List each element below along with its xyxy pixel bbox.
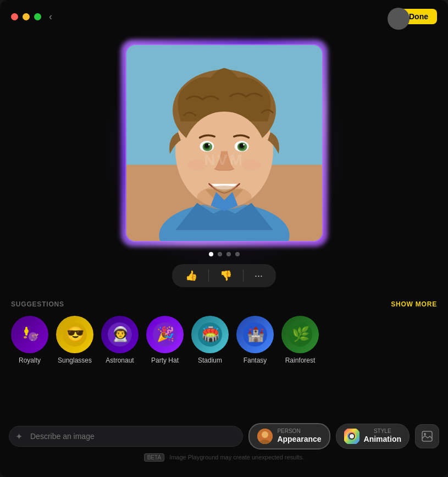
back-button[interactable]: ‹ xyxy=(49,11,52,23)
svg-rect-22 xyxy=(25,327,27,336)
person-title: Appearance xyxy=(277,434,321,444)
more-button[interactable]: ··· xyxy=(250,268,267,283)
thumbsup-button[interactable]: 👍 xyxy=(181,268,202,283)
content-wrapper: NVM 👍 👎 ··· SUGGESTIONS SHOW MORE xyxy=(0,33,448,364)
suggestions-header: SUGGESTIONS SHOW MORE xyxy=(11,300,437,308)
svg-point-23 xyxy=(24,336,27,338)
traffic-lights xyxy=(11,13,41,20)
bottom-bar: ✦ PERSON Appearance xyxy=(0,416,448,477)
dots-container xyxy=(209,252,240,256)
minimize-button[interactable] xyxy=(23,13,30,20)
svg-point-43 xyxy=(350,434,354,438)
person-text: PERSON Appearance xyxy=(277,429,321,444)
rainforest-label: Rainforest xyxy=(285,357,316,364)
style-animation-button[interactable]: STYLE Animation xyxy=(336,424,410,449)
suggestion-fantasy[interactable]: 🏰 Fantasy xyxy=(236,316,274,364)
thumbsdown-button[interactable]: 👎 xyxy=(215,268,236,283)
fantasy-icon: 🏰 xyxy=(236,316,274,353)
divider xyxy=(208,270,209,282)
show-more-button[interactable]: SHOW MORE xyxy=(391,300,437,308)
dot-2[interactable] xyxy=(218,252,222,256)
avatar xyxy=(388,8,410,30)
suggestions-grid: 🪄 Royalty 😎 Sunglasses xyxy=(11,316,437,364)
sunglasses-label: Sunglasses xyxy=(58,357,92,364)
royalty-label: Royalty xyxy=(19,357,41,364)
svg-text:NVM: NVM xyxy=(204,151,244,168)
dot-4[interactable] xyxy=(235,252,240,256)
svg-rect-44 xyxy=(422,431,432,441)
describe-input[interactable] xyxy=(9,426,243,447)
title-bar: ‹ Done xyxy=(0,0,448,33)
beta-notice: BETA Image Playground may create unexpec… xyxy=(9,454,439,460)
svg-point-18 xyxy=(241,160,261,171)
suggestion-stadium[interactable]: 🏟️ Stadium xyxy=(191,316,229,364)
svg-text:🏰: 🏰 xyxy=(247,325,265,343)
portrait-image: NVM xyxy=(126,45,322,241)
svg-point-45 xyxy=(424,433,426,435)
sunglasses-icon: 😎 xyxy=(56,316,93,353)
dot-1[interactable] xyxy=(209,252,213,256)
image-icon xyxy=(421,430,433,442)
astronaut-icon: 👨‍🚀 xyxy=(101,316,139,353)
partyhat-label: Party Hat xyxy=(151,357,179,364)
partyhat-icon: 🎉 xyxy=(146,316,184,353)
close-button[interactable] xyxy=(11,13,18,20)
svg-point-16 xyxy=(243,144,245,145)
suggestion-astronaut[interactable]: 👨‍🚀 Astronaut xyxy=(101,316,139,364)
style-icon xyxy=(344,429,359,444)
app-window: ‹ Done xyxy=(0,0,448,477)
beta-text: Image Playground may create unexpected r… xyxy=(169,454,304,460)
image-picker-button[interactable] xyxy=(415,424,439,448)
sparkle-icon: ✦ xyxy=(15,431,23,441)
svg-text:👨‍🚀: 👨‍🚀 xyxy=(112,325,130,343)
action-bar: 👍 👎 ··· xyxy=(172,264,276,287)
fantasy-label: Fantasy xyxy=(244,357,267,364)
suggestions-section: SUGGESTIONS SHOW MORE 🪄 Roy xyxy=(0,300,448,364)
astronaut-label: Astronaut xyxy=(106,357,134,364)
person-subtitle: PERSON xyxy=(277,429,300,434)
svg-point-39 xyxy=(262,431,268,438)
svg-text:😎: 😎 xyxy=(67,325,85,343)
royalty-icon: 🪄 xyxy=(11,316,48,353)
suggestion-partyhat[interactable]: 🎉 Party Hat xyxy=(146,316,184,364)
suggestion-sunglasses[interactable]: 😎 Sunglasses xyxy=(56,316,93,364)
divider-2 xyxy=(243,270,244,282)
person-avatar xyxy=(257,429,273,444)
stadium-label: Stadium xyxy=(198,357,222,364)
beta-badge: BETA xyxy=(144,453,164,462)
suggestions-label: SUGGESTIONS xyxy=(11,300,64,308)
image-container: NVM xyxy=(125,44,323,242)
style-subtitle: STYLE xyxy=(364,429,401,434)
person-appearance-button[interactable]: PERSON Appearance xyxy=(248,423,330,449)
svg-text:🌿: 🌿 xyxy=(292,325,310,343)
svg-text:🎉: 🎉 xyxy=(157,325,175,343)
title-bar-left: ‹ xyxy=(11,11,52,23)
suggestion-rainforest[interactable]: 🌿 Rainforest xyxy=(281,316,319,364)
style-text: STYLE Animation xyxy=(364,429,401,444)
rainforest-icon: 🌿 xyxy=(281,316,319,353)
style-title: Animation xyxy=(364,434,401,444)
suggestion-royalty[interactable]: 🪄 Royalty xyxy=(11,316,48,364)
svg-text:🪄: 🪄 xyxy=(31,333,39,341)
svg-point-15 xyxy=(208,144,209,145)
image-frame: NVM xyxy=(125,44,323,242)
stadium-icon: 🏟️ xyxy=(191,316,229,353)
maximize-button[interactable] xyxy=(34,13,41,20)
bottom-controls: ✦ PERSON Appearance xyxy=(9,423,439,449)
svg-text:🏟️: 🏟️ xyxy=(202,325,220,343)
dot-3[interactable] xyxy=(226,252,231,256)
describe-wrapper: ✦ xyxy=(9,426,243,447)
